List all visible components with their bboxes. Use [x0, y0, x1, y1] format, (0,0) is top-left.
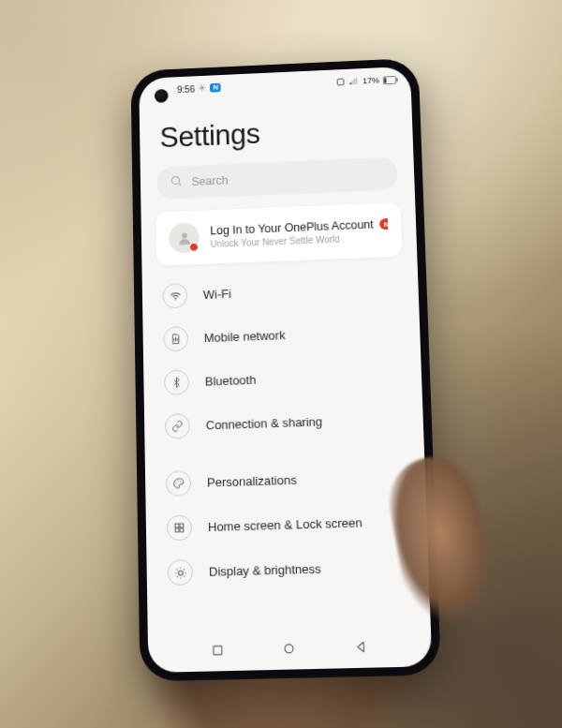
svg-rect-14	[179, 527, 183, 531]
signal-icon	[348, 76, 359, 85]
battery-text: 17%	[362, 75, 379, 84]
sun-icon	[167, 558, 193, 585]
svg-point-7	[174, 299, 175, 300]
avatar-notification-dot	[188, 242, 198, 251]
svg-rect-16	[213, 645, 221, 653]
sim-icon	[163, 326, 188, 352]
account-login-card[interactable]: Log In to Your OnePlus Account New Unloc…	[155, 201, 402, 265]
svg-point-15	[177, 570, 182, 574]
palette-icon	[165, 469, 190, 496]
svg-point-10	[179, 481, 180, 482]
nfc-icon	[335, 77, 345, 86]
svg-point-0	[201, 86, 203, 88]
status-left: 9:56 N	[176, 82, 220, 95]
search-input[interactable]	[191, 167, 384, 187]
row-personalizations[interactable]: Personalizations	[144, 453, 425, 506]
link-icon	[164, 413, 189, 439]
row-label: Bluetooth	[204, 372, 256, 388]
phone-frame: 9:56 N 17% Settings	[130, 57, 441, 681]
page-title: Settings	[159, 111, 392, 154]
navigation-bar	[147, 627, 432, 672]
account-text: Log In to Your OnePlus Account New Unloc…	[210, 217, 389, 249]
svg-point-5	[171, 176, 179, 184]
svg-rect-11	[175, 523, 179, 527]
nav-recents-button[interactable]	[200, 635, 233, 663]
nav-home-button[interactable]	[272, 633, 304, 661]
settings-list: Wi-Fi Mobile network Bluetooth Connectio…	[141, 260, 430, 633]
row-label: Mobile network	[203, 328, 285, 345]
battery-icon	[382, 75, 397, 83]
search-icon	[170, 173, 183, 190]
row-label: Personalizations	[206, 472, 296, 489]
settings-glyph-icon	[198, 82, 206, 93]
avatar	[169, 222, 200, 253]
svg-point-6	[181, 232, 186, 238]
svg-point-8	[175, 482, 176, 483]
row-label: Home screen & Lock screen	[207, 515, 362, 534]
new-badge: New	[378, 217, 388, 230]
grid-icon	[166, 514, 192, 541]
notification-badge: N	[210, 82, 221, 92]
nav-back-button[interactable]	[344, 632, 377, 661]
row-label: Connection & sharing	[205, 414, 322, 432]
svg-rect-1	[337, 79, 344, 85]
row-label: Wi-Fi	[202, 287, 230, 302]
clock: 9:56	[176, 83, 194, 94]
row-label: Display & brightness	[208, 561, 320, 578]
bluetooth-icon	[163, 369, 188, 395]
svg-rect-3	[383, 77, 386, 82]
row-connection-sharing[interactable]: Connection & sharing	[143, 395, 423, 449]
header: Settings	[139, 91, 413, 168]
row-home-lock-screen[interactable]: Home screen & Lock screen	[145, 498, 427, 550]
screen: 9:56 N 17% Settings	[139, 66, 432, 672]
row-display-brightness[interactable]: Display & brightness	[146, 542, 429, 595]
svg-point-17	[284, 644, 292, 652]
status-right: 17%	[335, 74, 397, 86]
svg-rect-12	[179, 523, 183, 527]
svg-point-9	[177, 480, 178, 481]
wifi-icon	[162, 283, 187, 308]
punch-hole-camera	[154, 88, 168, 102]
svg-rect-13	[175, 527, 179, 531]
